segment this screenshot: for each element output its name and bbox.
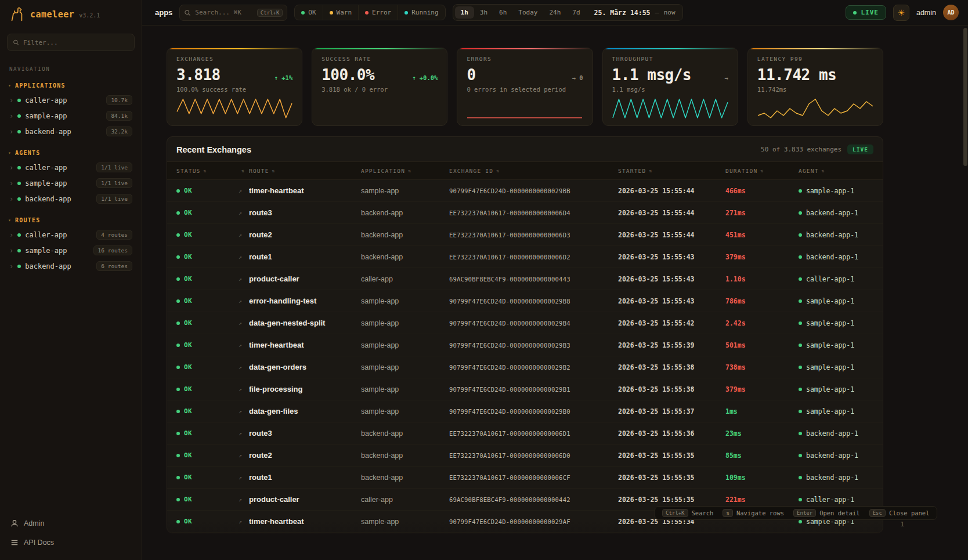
stat-trend: ↑ +0.0% bbox=[412, 74, 438, 81]
expand-icon[interactable]: ↗ bbox=[239, 320, 249, 326]
sidebar-item[interactable]: › backend-app 1/1 live bbox=[7, 191, 135, 207]
expand-icon[interactable]: ↗ bbox=[239, 342, 249, 348]
sidebar-item-badge: 16 routes bbox=[93, 245, 132, 255]
sidebar-item[interactable]: › caller-app 1/1 live bbox=[7, 160, 135, 175]
table-row[interactable]: OK ↗ data-gen-files sample-app 90799F47E… bbox=[167, 400, 883, 422]
duration: 271ms bbox=[725, 209, 799, 217]
table-row[interactable]: OK ↗ route1 backend-app EE7322370A10617-… bbox=[167, 467, 883, 489]
table-row[interactable]: OK ↗ data-gen-orders sample-app 90799F47… bbox=[167, 356, 883, 378]
column-header[interactable]: STATUS ⇅ bbox=[176, 168, 239, 174]
live-toggle-button[interactable]: LIVE bbox=[846, 5, 886, 20]
search-input[interactable]: Search... ⌘K Ctrl+K bbox=[179, 5, 287, 21]
status-cell: OK bbox=[176, 209, 239, 216]
stat-card[interactable]: THROUGHPUT 1.1 msg/s → 1.1 msg/s bbox=[602, 48, 738, 126]
sidebar-item[interactable]: › caller-app 10.7k bbox=[7, 92, 135, 108]
sidebar-item[interactable]: › backend-app 6 routes bbox=[7, 258, 135, 274]
sidebar-item[interactable]: › sample-app 1/1 live bbox=[7, 175, 135, 191]
table-row[interactable]: OK ↗ error-handling-test sample-app 9079… bbox=[167, 290, 883, 312]
theme-toggle-button[interactable]: ☀ bbox=[893, 5, 909, 21]
time-range-button[interactable]: 6h bbox=[493, 6, 512, 19]
time-range-button[interactable]: Today bbox=[512, 6, 543, 19]
api-docs-link[interactable]: API Docs bbox=[7, 533, 135, 552]
sidebar-item[interactable]: › caller-app 4 routes bbox=[7, 227, 135, 243]
table-row[interactable]: OK ↗ route1 backend-app EE7322370A10617-… bbox=[167, 246, 883, 268]
stat-card[interactable]: EXCHANGES 3.818 ↑ +1% 100.0% success rat… bbox=[167, 48, 302, 126]
duration: 786ms bbox=[725, 297, 799, 305]
time-range-button[interactable]: 1h bbox=[455, 6, 474, 19]
table-row[interactable]: OK ↗ product-caller caller-app 69AC90BF8… bbox=[167, 268, 883, 290]
application-name: sample-app bbox=[361, 297, 449, 305]
table-row[interactable]: OK ↗ timer-heartbeat sample-app 90799F47… bbox=[167, 334, 883, 356]
agent-name: backend-app-1 bbox=[806, 209, 858, 217]
column-header[interactable]: ⇅ bbox=[239, 168, 249, 174]
section-header-routes[interactable]: ▾ ROUTES bbox=[8, 217, 133, 223]
expand-icon[interactable]: ↗ bbox=[239, 430, 249, 436]
expand-icon[interactable]: ↗ bbox=[239, 408, 249, 414]
scrollbar[interactable] bbox=[963, 0, 967, 560]
agent-cell: backend-app-1 bbox=[799, 231, 873, 239]
status-filter-chip[interactable]: Running bbox=[398, 5, 445, 20]
column-header[interactable]: EXCHANGE ID ⇅ bbox=[449, 168, 618, 174]
filter-input[interactable] bbox=[23, 39, 129, 46]
route-name: route3 bbox=[249, 429, 361, 438]
status-dot bbox=[17, 265, 21, 268]
table-row[interactable]: OK ↗ route3 backend-app EE7322370A10617-… bbox=[167, 422, 883, 445]
logo[interactable]: cameleer v3.2.1 bbox=[7, 0, 135, 29]
expand-icon[interactable]: ↗ bbox=[239, 518, 249, 525]
time-range-button[interactable]: 3h bbox=[474, 6, 493, 19]
expand-icon[interactable]: ↗ bbox=[239, 209, 249, 216]
expand-icon[interactable]: ↗ bbox=[239, 298, 249, 304]
table-row[interactable]: OK ↗ file-processing sample-app 90799F47… bbox=[167, 378, 883, 400]
started-timestamp: 2026-03-25 15:55:36 bbox=[618, 429, 725, 438]
status-filter-chip[interactable]: OK bbox=[295, 5, 322, 20]
table-row[interactable]: OK ↗ route2 backend-app EE7322370A10617-… bbox=[167, 224, 883, 246]
section-header-applications[interactable]: ▾ APPLICATIONS bbox=[8, 82, 133, 89]
status-dot bbox=[176, 277, 180, 281]
sidebar-item[interactable]: › backend-app 32.2k bbox=[7, 124, 135, 139]
expand-icon[interactable]: ↗ bbox=[239, 474, 249, 480]
exchange-id: 69AC90BF8EBC4F9-0000000000000443 bbox=[449, 276, 618, 283]
sidebar-filter[interactable] bbox=[7, 34, 135, 51]
status-filter-chip[interactable]: Warn bbox=[323, 5, 359, 20]
expand-icon[interactable]: ↗ bbox=[239, 276, 249, 282]
route-name: file-processing bbox=[249, 385, 361, 393]
expand-icon[interactable]: ↗ bbox=[239, 187, 249, 194]
admin-link[interactable]: Admin bbox=[7, 514, 135, 533]
column-header[interactable]: AGENT ⇅ bbox=[799, 168, 873, 174]
expand-icon[interactable]: ↗ bbox=[239, 496, 249, 503]
live-badge: LIVE bbox=[847, 144, 873, 154]
avatar[interactable]: AD bbox=[943, 5, 959, 20]
agent-name: backend-app-1 bbox=[806, 231, 858, 239]
section-header-agents[interactable]: ▾ AGENTS bbox=[8, 150, 133, 156]
expand-icon[interactable]: ↗ bbox=[239, 386, 249, 392]
time-range-button[interactable]: 7d bbox=[566, 6, 586, 19]
sidebar-item[interactable]: › sample-app 16 routes bbox=[7, 243, 135, 258]
status-dot bbox=[17, 114, 21, 118]
table-row[interactable]: OK ↗ data-gen-nested-split sample-app 90… bbox=[167, 312, 883, 334]
column-header[interactable]: STARTED ⇅ bbox=[618, 168, 725, 174]
column-header[interactable]: ROUTE ⇅ bbox=[249, 168, 361, 174]
stat-card[interactable]: LATENCY P99 11.742 ms 11.742ms bbox=[747, 48, 883, 126]
column-header-label: ROUTE bbox=[249, 168, 269, 174]
now-label: now bbox=[664, 9, 676, 16]
status-filter-chip[interactable]: Error bbox=[358, 5, 398, 20]
stat-card[interactable]: SUCCESS RATE 100.0% ↑ +0.0% 3.818 ok / 0… bbox=[312, 48, 447, 126]
expand-icon[interactable]: ↗ bbox=[239, 452, 249, 458]
table-row[interactable]: OK ↗ route2 backend-app EE7322370A10617-… bbox=[167, 445, 883, 467]
stat-card[interactable]: ERRORS 0 → 0 0 errors in selected period bbox=[457, 48, 593, 126]
scrollbar-thumb[interactable] bbox=[963, 28, 967, 166]
expand-icon[interactable]: ↗ bbox=[239, 254, 249, 260]
table-row[interactable]: OK ↗ timer-heartbeat sample-app 90799F47… bbox=[167, 180, 883, 202]
table-row[interactable]: OK ↗ route3 backend-app EE7322370A10617-… bbox=[167, 202, 883, 224]
chevron-right-icon: › bbox=[9, 164, 13, 172]
status-cell: OK bbox=[176, 451, 239, 459]
expand-icon[interactable]: ↗ bbox=[239, 232, 249, 238]
time-range-button[interactable]: 24h bbox=[543, 6, 566, 19]
sidebar-item-label: caller-app bbox=[25, 231, 67, 239]
expand-icon[interactable]: ↗ bbox=[239, 364, 249, 370]
route-name: data-gen-orders bbox=[249, 363, 361, 371]
column-header[interactable]: APPLICATION ⇅ bbox=[361, 168, 449, 174]
route-name: error-handling-test bbox=[249, 297, 361, 305]
sidebar-item[interactable]: › sample-app 84.1k bbox=[7, 108, 135, 124]
column-header[interactable]: DURATION ⇅ bbox=[725, 168, 799, 174]
